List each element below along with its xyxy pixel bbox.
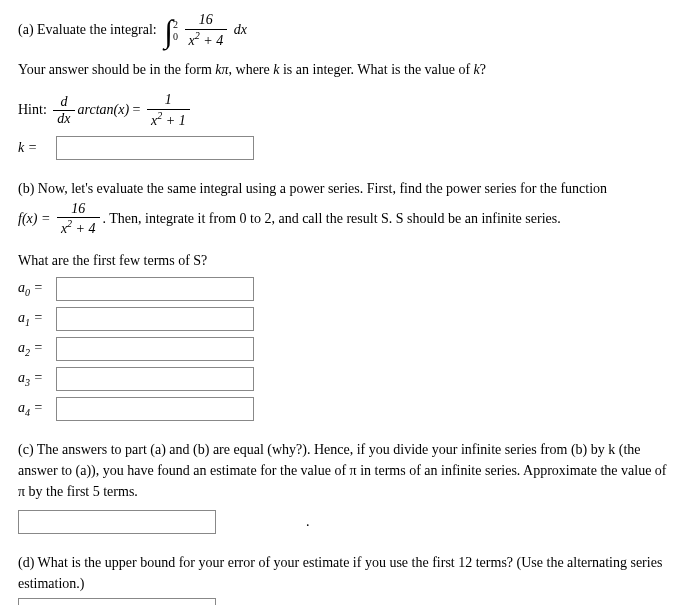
a0-label: a0 =	[18, 277, 56, 300]
error-bound-input[interactable]	[18, 598, 216, 605]
k-input[interactable]	[56, 136, 254, 160]
a4-row: a4 =	[18, 397, 669, 421]
a0-row: a0 =	[18, 277, 669, 301]
integral-sign-icon: ∫	[164, 15, 173, 47]
a2-row: a2 =	[18, 337, 669, 361]
c-input-row: .	[18, 510, 669, 534]
integrand-fraction: 16 x2 + 4	[185, 12, 228, 49]
fx-label: f(x) =	[18, 210, 54, 225]
d-input-row	[18, 598, 669, 605]
part-a-line1: (a) Evaluate the integral: ∫20 16 x2 + 4…	[18, 12, 669, 49]
upper-limit: 2	[173, 19, 178, 30]
a1-label: a1 =	[18, 307, 56, 330]
a4-label: a4 =	[18, 397, 56, 420]
dx: dx	[234, 22, 247, 37]
k-row: k =	[18, 136, 669, 160]
hint-rhs: 1 x2 + 1	[147, 92, 190, 129]
part-d: (d) What is the upper bound for your err…	[18, 552, 669, 605]
part-d-text: (d) What is the upper bound for your err…	[18, 552, 669, 594]
a3-input[interactable]	[56, 367, 254, 391]
a3-label: a3 =	[18, 367, 56, 390]
k-label: k =	[18, 137, 56, 158]
part-b-fx-line: f(x) = 16 x2 + 4 . Then, integrate it fr…	[18, 201, 669, 238]
hint-equals: =	[129, 102, 144, 117]
fx-fraction: 16 x2 + 4	[57, 201, 100, 238]
a0-input[interactable]	[56, 277, 254, 301]
pi-estimate-input[interactable]	[18, 510, 216, 534]
a2-label: a2 =	[18, 337, 56, 360]
part-c: (c) The answers to part (a) and (b) are …	[18, 439, 669, 534]
lower-limit: 0	[173, 31, 178, 42]
part-b-q: What are the first few terms of S?	[18, 250, 669, 271]
integral-expression: ∫20 16 x2 + 4 dx	[164, 12, 247, 49]
part-a: (a) Evaluate the integral: ∫20 16 x2 + 4…	[18, 12, 669, 160]
integral-limits: 20	[173, 19, 178, 43]
part-c-text: (c) The answers to part (a) and (b) are …	[18, 439, 669, 502]
hint-label: Hint:	[18, 102, 50, 117]
a1-row: a1 =	[18, 307, 669, 331]
a4-input[interactable]	[56, 397, 254, 421]
hint-line: Hint: d dx arctan(x) = 1 x2 + 1	[18, 92, 669, 129]
a2-input[interactable]	[56, 337, 254, 361]
part-b-p2: . Then, integrate it from 0 to 2, and ca…	[103, 210, 561, 225]
integrand-num: 16	[185, 12, 228, 30]
part-a-prompt: (a) Evaluate the integral:	[18, 22, 157, 37]
a1-input[interactable]	[56, 307, 254, 331]
hint-ddx: d dx	[53, 94, 74, 129]
part-b-p1: (b) Now, let's evaluate the same integra…	[18, 178, 669, 199]
hint-arctan: arctan(x)	[78, 102, 130, 117]
a3-row: a3 =	[18, 367, 669, 391]
part-b: (b) Now, let's evaluate the same integra…	[18, 178, 669, 421]
c-dot: .	[306, 511, 310, 532]
part-a-line2: Your answer should be in the form kπ, wh…	[18, 59, 669, 80]
integrand-den: x2 + 4	[185, 30, 228, 49]
